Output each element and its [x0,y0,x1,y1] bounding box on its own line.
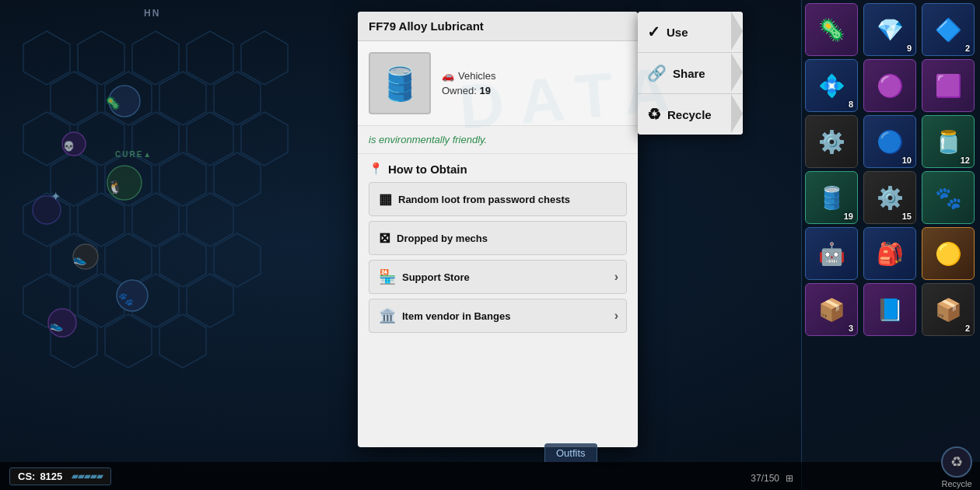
inventory-slot-0[interactable]: 🦠 [805,3,858,56]
inventory-slot-10[interactable]: ⚙️15 [863,171,916,224]
cs-display: CS: 8125 ▰▰▰▰▰ [9,467,111,485]
inventory-slot-2[interactable]: 🔷2 [922,3,975,56]
chevron-right-icon: › [614,270,618,284]
svg-text:🐧: 🐧 [107,180,123,194]
recycle-icon: ♻ [647,105,661,124]
capacity-display: 37/150 ⊞ [751,473,793,484]
capacity-icon: ⊞ [786,473,793,484]
obtain-item-mechs[interactable]: ⊠ Dropped by mechs [369,221,627,255]
svg-text:CURE▲: CURE▲ [115,150,152,159]
inventory-slot-9[interactable]: 🛢️19 [805,171,858,224]
inventory-slot-16[interactable]: 📘 [863,283,916,336]
recycle-circle-icon: ♻ [941,446,972,478]
hex-grid-decoration: CURE▲ ✦ 🦠 💀 🐧 👟 🐾 👟 [0,0,342,490]
item-icon: 🛢️ [369,52,431,114]
modal-title: FF79 Alloy Lubricant [358,12,638,41]
how-to-obtain-section: 📍 How to Obtain ▦ Random loot from passw… [358,154,638,338]
item-owned: Owned: 19 [442,85,495,96]
share-icon: 🔗 [647,64,667,82]
bottom-bar: CS: 8125 ▰▰▰▰▰ [0,462,980,490]
item-category: 🚗 Vehicles [442,70,495,82]
vendor-icon: 🏛️ [379,307,396,324]
inventory-slot-17[interactable]: 📦2 [922,283,975,336]
inventory-slot-13[interactable]: 🎒 [863,227,916,280]
inventory-panel: 🦠💎9🔷2💠8🟣🟪⚙️🔵10🫙12🛢️19⚙️15🐾🤖🎒🟡📦3📘📦2 [801,0,980,490]
svg-text:👟: 👟 [73,253,87,266]
svg-text:💀: 💀 [63,140,75,152]
action-buttons-panel: ✓ Use 🔗 Share ♻ Recycle [638,12,743,135]
recycle-button[interactable]: ♻ Recycle [638,94,743,135]
inventory-slot-8[interactable]: 🫙12 [922,115,975,168]
store-icon: 🏪 [379,268,396,285]
chevron-right-icon-2: › [614,309,618,323]
inventory-slot-1[interactable]: 💎9 [863,3,916,56]
outfits-tab[interactable]: Outfits [544,443,597,462]
item-detail-modal: FF79 Alloy Lubricant 🛢️ 🚗 Vehicles Owned… [358,12,638,447]
item-meta: 🚗 Vehicles Owned: 19 [442,70,495,96]
obtain-item-support-store[interactable]: 🏪 Support Store › [369,260,627,294]
obtain-item-vendor-banges[interactable]: 🏛️ Item vendor in Banges › [369,299,627,333]
item-description: is environmentally friendly. [358,126,638,154]
inventory-slot-12[interactable]: 🤖 [805,227,858,280]
recycle-bottom-button[interactable]: ♻ Recycle [941,446,972,488]
obtain-item-password-chests[interactable]: ▦ Random loot from password chests [369,182,627,216]
use-button[interactable]: ✓ Use [638,12,743,53]
chest-icon: ▦ [379,191,392,208]
modal-header: 🛢️ 🚗 Vehicles Owned: 19 [358,41,638,126]
inventory-slot-5[interactable]: 🟪 [922,59,975,112]
inventory-slot-14[interactable]: 🟡 [922,227,975,280]
capacity-text: 37/150 [751,473,779,484]
svg-text:✦: ✦ [51,190,61,203]
share-button[interactable]: 🔗 Share [638,53,743,94]
inventory-slot-6[interactable]: ⚙️ [805,115,858,168]
how-to-obtain-header: 📍 How to Obtain [369,162,627,176]
svg-text:🦠: 🦠 [105,96,121,110]
location-icon: 📍 [369,162,383,176]
inventory-slot-15[interactable]: 📦3 [805,283,858,336]
inventory-slot-7[interactable]: 🔵10 [863,115,916,168]
mech-icon: ⊠ [379,229,390,247]
obtain-list: ▦ Random loot from password chests ⊠ Dro… [369,182,627,333]
check-icon: ✓ [647,23,660,41]
svg-text:👟: 👟 [50,319,64,332]
svg-text:🐾: 🐾 [118,292,134,306]
inventory-slot-4[interactable]: 🟣 [863,59,916,112]
inventory-slot-3[interactable]: 💠8 [805,59,858,112]
inventory-slot-11[interactable]: 🐾 [922,171,975,224]
vehicle-icon: 🚗 [442,70,454,82]
